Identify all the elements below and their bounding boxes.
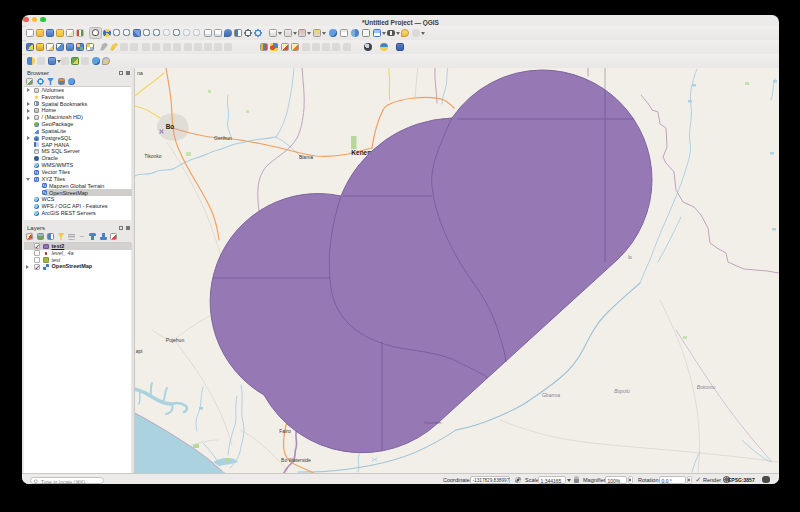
svg-text:Fairo: Fairo bbox=[279, 428, 291, 434]
svg-text:Pujehun: Pujehun bbox=[166, 337, 185, 343]
svg-text:Gerihun: Gerihun bbox=[214, 135, 232, 141]
svg-text:Gbarma: Gbarma bbox=[542, 392, 560, 398]
svg-text:Bo Waterside: Bo Waterside bbox=[281, 457, 311, 463]
svg-text:api: api bbox=[136, 348, 143, 354]
svg-text:Tikonko: Tikonko bbox=[144, 153, 162, 159]
svg-text:Kpundeh: Kpundeh bbox=[425, 420, 442, 425]
svg-text:Bo: Bo bbox=[166, 123, 175, 130]
svg-text:Bokomu: Bokomu bbox=[697, 384, 716, 390]
svg-text:Blama: Blama bbox=[299, 154, 313, 160]
svg-text:lo: lo bbox=[628, 255, 632, 260]
svg-text:Bopolu: Bopolu bbox=[614, 388, 630, 394]
svg-text:na: na bbox=[137, 70, 143, 76]
